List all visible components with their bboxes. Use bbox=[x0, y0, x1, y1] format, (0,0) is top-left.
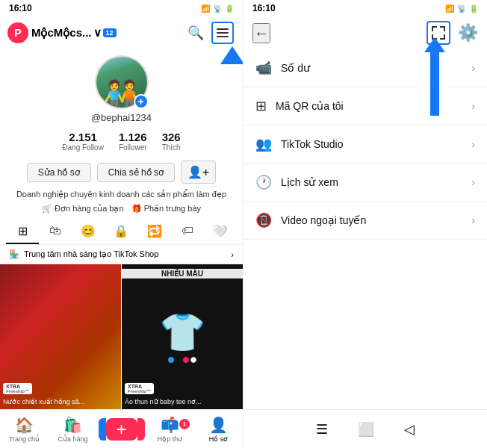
right-arrow-shaft bbox=[430, 52, 439, 116]
right-arrow-head-icon bbox=[424, 37, 445, 52]
inbox-badge: 1 bbox=[179, 419, 190, 429]
menu-line-2 bbox=[217, 32, 229, 34]
right-battery-icon: 🔋 bbox=[469, 4, 478, 13]
username-at: @bephai1234 bbox=[91, 112, 152, 123]
following-count: 2.151 bbox=[62, 131, 104, 143]
balance-text: Số dư bbox=[281, 62, 310, 74]
creative-left: 🏪 Trung tâm nhà sáng tạo TikTok Shop bbox=[9, 249, 158, 259]
likes-label: Thích bbox=[162, 143, 181, 152]
profile-label: Hồ sơ bbox=[209, 435, 229, 443]
left-status-bar: 16:10 📶 📡 🔋 bbox=[0, 0, 243, 16]
settings-button[interactable]: ⚙️ bbox=[458, 23, 478, 43]
menu-line-1 bbox=[217, 28, 229, 30]
home-label: Trang chủ bbox=[9, 435, 40, 443]
right-header: ← ⚙️ bbox=[244, 16, 487, 49]
header-left: P MộcMộcs... ∨ 12 bbox=[7, 22, 117, 43]
tab-shop[interactable]: 🛍 bbox=[39, 220, 72, 244]
avatar-wrap: 🧑‍🤝‍🧑 + bbox=[95, 55, 149, 109]
profile-nav-icon: 👤 bbox=[209, 416, 228, 434]
nav-create[interactable]: + bbox=[97, 418, 146, 441]
back-button[interactable]: ← bbox=[252, 23, 270, 43]
username-text: MộcMộcs... bbox=[31, 26, 92, 40]
left-panel: 16:10 📶 📡 🔋 P MộcMộcs... ∨ 12 🔍 bbox=[0, 0, 244, 448]
balance-chevron-icon: › bbox=[471, 62, 475, 74]
tshirt-icon: 👕 bbox=[159, 311, 205, 354]
xtra-badge-2: XTRA Freeship™ bbox=[125, 383, 154, 394]
chevron-down-icon: ∨ bbox=[93, 26, 102, 40]
shop-label: Cửa hàng bbox=[58, 435, 87, 443]
right-time: 16:10 bbox=[252, 3, 276, 13]
video-thumb-1[interactable]: XTRA Freeship™ Nước chiết xuất hồng sâ..… bbox=[0, 264, 122, 409]
menu-item-history-left: 🕐 Lịch sử xem bbox=[255, 174, 338, 190]
nav-profile[interactable]: 👤 Hồ sơ bbox=[194, 416, 243, 443]
right-bottom-bar: ☰ ⬜ ◁ bbox=[244, 409, 487, 448]
verified-badge: 12 bbox=[103, 28, 117, 37]
stat-likes[interactable]: 326 Thích bbox=[162, 131, 181, 152]
video-title-2: NHIỀU MÀU bbox=[122, 269, 243, 279]
offline-icon: 📵 bbox=[255, 212, 272, 228]
tab-emoji[interactable]: 😊 bbox=[72, 220, 105, 244]
video-thumb-2[interactable]: NHIỀU MÀU 👕 XTRA Freeship™ Áo thun nữ ba… bbox=[122, 264, 243, 409]
likes-count: 326 bbox=[162, 131, 181, 143]
signal-icon: 📡 bbox=[213, 4, 222, 13]
tab-repost[interactable]: 🔁 bbox=[138, 220, 171, 244]
color-dot-pink bbox=[183, 357, 189, 363]
menu-list: 📹 Số dư › ⊞ Mã QR của tôi › 👥 TikTok Stu… bbox=[244, 49, 487, 409]
badge-count: 12 bbox=[103, 28, 117, 37]
action-buttons: Sửa hồ sơ Chia sẻ hồ sơ 👤+ bbox=[0, 156, 243, 188]
menu-line-3 bbox=[217, 36, 229, 37]
right-status-bar: 16:10 📶 📡 🔋 bbox=[244, 0, 487, 16]
nav-home[interactable]: 🏠 Trang chủ bbox=[0, 416, 49, 443]
nav-inbox[interactable]: 📫 1 Hộp thư bbox=[146, 416, 194, 443]
followers-label: Follower bbox=[119, 143, 147, 152]
inbox-icon: 📫 bbox=[161, 416, 179, 434]
color-dot-blue bbox=[168, 357, 174, 363]
creative-banner[interactable]: 🏪 Trung tâm nhà sáng tạo TikTok Shop › bbox=[0, 245, 243, 264]
offline-chevron-icon: › bbox=[471, 214, 475, 226]
color-dots bbox=[168, 357, 196, 363]
qr-icon: ⊞ bbox=[255, 98, 267, 114]
video-grid: XTRA Freeship™ Nước chiết xuất hồng sâ..… bbox=[0, 264, 243, 409]
tab-lock[interactable]: 🔒 bbox=[105, 220, 137, 244]
following-label: Đang Follow bbox=[62, 143, 104, 152]
stats-row: 2.151 Đang Follow 1.126 Follower 326 Thí… bbox=[0, 126, 243, 156]
tab-heart[interactable]: 🤍 bbox=[204, 220, 237, 244]
stat-followers[interactable]: 1.126 Follower bbox=[119, 131, 147, 152]
menu-button[interactable] bbox=[211, 22, 234, 44]
tab-tag[interactable]: 🏷 bbox=[171, 220, 204, 244]
nav-shop[interactable]: 🛍️ Cửa hàng bbox=[49, 416, 97, 443]
username-area: MộcMộcs... ∨ 12 bbox=[31, 26, 117, 40]
inbox-label: Hộp thư bbox=[158, 435, 183, 443]
menu-item-history[interactable]: 🕐 Lịch sử xem › bbox=[244, 164, 487, 202]
shop-nav-icon: 🛍️ bbox=[63, 416, 82, 434]
right-signal-icon: 📡 bbox=[457, 4, 466, 13]
studio-chevron-icon: › bbox=[471, 138, 475, 150]
shop-icon: 🏪 bbox=[9, 249, 19, 259]
left-header: P MộcMộcs... ∨ 12 🔍 bbox=[0, 16, 243, 49]
studio-icon: 👥 bbox=[255, 136, 272, 152]
followers-count: 1.126 bbox=[119, 131, 147, 143]
tab-grid[interactable]: ⊞ bbox=[6, 220, 39, 244]
history-chevron-icon: › bbox=[471, 176, 475, 188]
add-avatar-button[interactable]: + bbox=[134, 94, 149, 109]
menu-item-offline[interactable]: 📵 Video ngoại tuyến › bbox=[244, 202, 487, 240]
share-profile-button[interactable]: Chia sẻ hồ sơ bbox=[97, 163, 175, 182]
orders-link[interactable]: 🛒 Đơn hàng của bạn bbox=[42, 204, 124, 214]
add-friend-button[interactable]: 👤+ bbox=[181, 161, 216, 184]
arrow-head-icon bbox=[220, 46, 244, 64]
creative-text: Trung tâm nhà sáng tạo TikTok Shop bbox=[24, 249, 158, 259]
left-status-icons: 📶 📡 🔋 bbox=[201, 4, 234, 13]
menu-item-balance[interactable]: 📹 Số dư › bbox=[244, 49, 487, 87]
menu-item-qr[interactable]: ⊞ Mã QR của tôi › bbox=[244, 87, 487, 125]
edit-profile-button[interactable]: Sửa hồ sơ bbox=[27, 163, 91, 182]
menu-item-qr-left: ⊞ Mã QR của tôi bbox=[255, 98, 344, 114]
stat-following[interactable]: 2.151 Đang Follow bbox=[62, 131, 104, 152]
create-button[interactable]: + bbox=[106, 418, 137, 441]
right-arrow-indicator bbox=[424, 37, 445, 116]
home-icon: 🏠 bbox=[15, 416, 34, 434]
menu-item-studio[interactable]: 👥 TikTok Studio › bbox=[244, 125, 487, 164]
showcase-link[interactable]: 🎁 Phần trưng bày bbox=[131, 204, 201, 214]
search-button[interactable]: 🔍 bbox=[187, 25, 204, 41]
right-status-icons: 📶 📡 🔋 bbox=[445, 4, 478, 13]
p-logo: P bbox=[7, 22, 28, 43]
